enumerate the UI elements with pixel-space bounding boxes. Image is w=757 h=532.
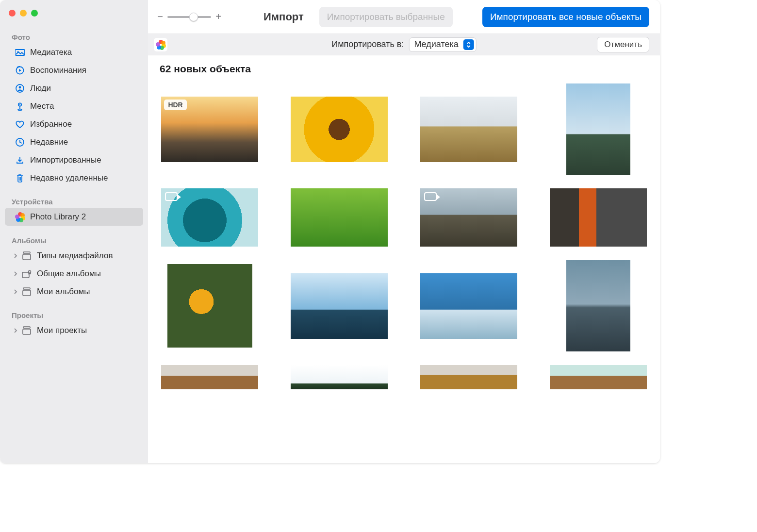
sidebar: Фото Медиатека Воспоминания Люди	[0, 0, 148, 463]
people-icon	[14, 83, 26, 93]
chevron-right-icon	[12, 253, 19, 258]
sidebar-item-label: Мои проекты	[37, 326, 87, 335]
toolbar: − + Импорт Импортировать выбранные Импор…	[148, 0, 660, 34]
download-icon	[14, 155, 26, 165]
svg-rect-10	[23, 254, 31, 260]
video-icon	[424, 192, 437, 201]
places-icon	[14, 101, 26, 111]
photo-thumbnail[interactable]	[420, 97, 517, 162]
sidebar-section-photos: Фото	[0, 29, 148, 43]
photo-thumbnail[interactable]	[566, 260, 630, 351]
zoom-slider[interactable]	[167, 16, 211, 18]
import-destination-value: Медиатека	[414, 39, 458, 50]
import-destination-select[interactable]: Медиатека	[409, 37, 476, 52]
svg-point-4	[19, 86, 21, 88]
photos-app-icon	[154, 38, 167, 51]
close-window-button[interactable]	[9, 10, 16, 17]
library-icon	[14, 49, 26, 56]
import-all-button[interactable]: Импортировать все новые объекты	[482, 7, 649, 27]
svg-point-12	[29, 270, 31, 273]
sidebar-item-my-projects[interactable]: Мои проекты	[5, 321, 143, 339]
zoom-control: − +	[157, 11, 222, 22]
memories-icon	[14, 66, 26, 75]
import-to-label: Импортировать в:	[331, 39, 404, 50]
sidebar-item-favorites[interactable]: Избранное	[5, 115, 143, 133]
sidebar-item-label: Места	[30, 101, 54, 111]
sidebar-item-label: Photo Library 2	[30, 212, 86, 222]
photo-thumbnail[interactable]	[161, 365, 258, 389]
main-area: − + Импорт Импортировать выбранные Импор…	[148, 0, 660, 463]
chevron-right-icon	[12, 289, 19, 294]
photo-thumbnail[interactable]	[291, 97, 388, 162]
photo-thumbnail[interactable]	[291, 365, 388, 389]
sidebar-item-imports[interactable]: Импортированные	[5, 151, 143, 169]
sidebar-section-devices: Устройства	[0, 194, 148, 208]
chevron-right-icon	[12, 271, 19, 276]
photo-thumbnail[interactable]	[550, 188, 647, 247]
hdr-badge: HDR	[164, 100, 186, 110]
sidebar-item-media-types[interactable]: Типы медиафайлов	[5, 247, 143, 265]
video-thumbnail[interactable]	[420, 188, 517, 247]
sidebar-item-label: Воспоминания	[30, 66, 86, 75]
video-icon	[165, 192, 178, 201]
trash-icon	[14, 173, 26, 183]
sidebar-item-label: Мои альбомы	[37, 287, 90, 297]
sidebar-item-label: Избранное	[30, 119, 72, 129]
sidebar-item-label: Типы медиафайлов	[37, 251, 113, 261]
zoom-out-button[interactable]: −	[157, 11, 164, 22]
sidebar-item-recent[interactable]: Недавние	[5, 133, 143, 151]
photo-thumbnail[interactable]	[420, 273, 517, 339]
photo-thumbnail[interactable]: HDR	[161, 97, 258, 162]
album-stack-icon	[20, 287, 33, 296]
photo-thumbnail[interactable]	[167, 264, 252, 348]
dropdown-caret-icon	[463, 39, 474, 50]
new-items-heading: 62 новых объекта	[160, 63, 648, 75]
sidebar-item-device[interactable]: Photo Library 2	[5, 208, 143, 226]
photo-thumbnail[interactable]	[420, 365, 517, 389]
maximize-window-button[interactable]	[31, 10, 38, 17]
sidebar-item-library[interactable]: Медиатека	[5, 43, 143, 61]
import-selected-button[interactable]: Импортировать выбранные	[319, 7, 453, 27]
sidebar-item-label: Медиатека	[30, 48, 72, 57]
sidebar-section-projects: Проекты	[0, 307, 148, 321]
svg-rect-15	[23, 327, 30, 328]
sidebar-item-trash[interactable]: Недавно удаленные	[5, 169, 143, 187]
cancel-button[interactable]: Отменить	[597, 37, 649, 52]
svg-rect-11	[22, 272, 29, 278]
clock-icon	[14, 137, 26, 147]
svg-rect-16	[23, 329, 31, 334]
video-thumbnail[interactable]	[161, 188, 258, 247]
chevron-right-icon	[12, 328, 19, 333]
thumbnail-grid: HDR	[160, 83, 648, 389]
sidebar-item-label: Общие альбомы	[37, 269, 101, 279]
import-subbar: Импортировать в: Медиатека Отменить	[148, 34, 660, 55]
album-stack-icon	[20, 251, 33, 260]
album-stack-icon	[20, 326, 33, 335]
photo-thumbnail[interactable]	[550, 365, 647, 389]
sidebar-item-label: Недавно удаленные	[30, 173, 108, 183]
sidebar-item-people[interactable]: Люди	[5, 79, 143, 97]
svg-rect-9	[23, 252, 30, 253]
svg-rect-14	[23, 290, 31, 296]
sidebar-item-label: Недавние	[30, 137, 68, 147]
page-title: Импорт	[263, 11, 304, 23]
shared-album-icon	[20, 269, 33, 278]
svg-point-6	[19, 104, 20, 105]
photo-thumbnail[interactable]	[291, 188, 388, 247]
sidebar-item-places[interactable]: Места	[5, 97, 143, 115]
sidebar-item-label: Импортированные	[30, 155, 101, 165]
content-area: 62 новых объекта HDR	[148, 55, 660, 463]
sidebar-item-my-albums[interactable]: Мои альбомы	[5, 283, 143, 300]
sidebar-item-memories[interactable]: Воспоминания	[5, 61, 143, 79]
heart-icon	[14, 120, 26, 129]
svg-rect-13	[23, 288, 30, 289]
photo-thumbnail[interactable]	[566, 83, 630, 175]
photo-thumbnail[interactable]	[291, 273, 388, 339]
photos-app-icon	[14, 212, 26, 222]
minimize-window-button[interactable]	[20, 10, 27, 17]
sidebar-item-label: Люди	[30, 83, 51, 93]
sidebar-item-shared-albums[interactable]: Общие альбомы	[5, 265, 143, 283]
svg-point-7	[18, 109, 22, 110]
window-controls	[0, 7, 148, 29]
zoom-in-button[interactable]: +	[215, 11, 222, 22]
